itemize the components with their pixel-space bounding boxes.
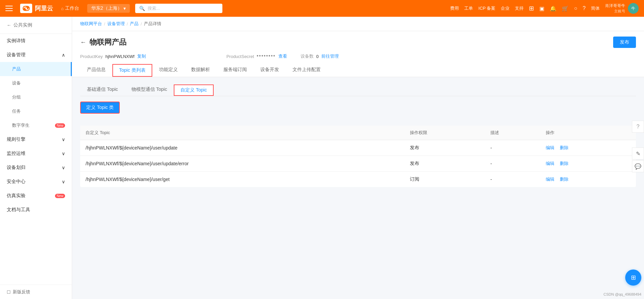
row1-actions: 编辑 删除	[540, 140, 636, 156]
float-edit-btn[interactable]: ✎	[632, 147, 644, 160]
sidebar-collapse-btn[interactable]: ‹	[72, 148, 72, 168]
meta-row: ProductKey hjhnPWLNXWf 复制 ProductSecret …	[80, 53, 636, 63]
table-row: /hjhnPWLNXWf/${deviceName}/user/update/e…	[80, 156, 636, 172]
nav-icp[interactable]: ICP 备案	[478, 5, 495, 11]
nav-cost[interactable]: 费用	[450, 5, 459, 11]
nav-cart-icon[interactable]: 🛒	[562, 5, 569, 12]
publish-button[interactable]: 发布	[613, 37, 636, 48]
hamburger-menu[interactable]	[5, 4, 15, 13]
chat-icon: 💬	[635, 163, 641, 170]
nav-enterprise[interactable]: 企业	[501, 5, 509, 11]
sidebar-item-simulation[interactable]: 仿真实验 New	[0, 189, 72, 203]
breadcrumb-device-mgmt[interactable]: 设备管理	[107, 21, 125, 27]
float-grid-btn[interactable]: ⊞	[625, 270, 641, 286]
breadcrumb-iot[interactable]: 物联网平台	[80, 21, 102, 27]
sidebar-section-device-mgmt: 设备管理 ∧ 产品 设备 分组 任务 数字孪生 New	[0, 48, 72, 132]
row3-edit-link[interactable]: 编辑	[546, 177, 554, 182]
row2-permission: 发布	[405, 156, 485, 172]
col-permission: 操作权限	[405, 126, 485, 140]
view-secret-link[interactable]: 查看	[278, 53, 287, 59]
sub-tab-model-topic[interactable]: 物模型通信 Topic	[125, 84, 174, 96]
row1-edit-link[interactable]: 编辑	[546, 145, 554, 150]
tab-server-sub[interactable]: 服务端订阅	[217, 63, 254, 77]
device-count-label: 设备数	[301, 53, 314, 59]
region-label: 华东2（上海）	[91, 5, 122, 11]
nav-support[interactable]: 支持	[515, 5, 524, 11]
sidebar-item-device[interactable]: 设备	[0, 76, 72, 90]
define-topic-button[interactable]: 定义 Topic 类	[80, 102, 120, 114]
sidebar-item-security-center[interactable]: 安全中心 ∨	[0, 175, 72, 189]
back-arrow[interactable]: ←	[80, 39, 86, 46]
nav-bell-icon[interactable]: 🔔	[550, 5, 556, 12]
nav-lang[interactable]: 简体	[591, 5, 600, 11]
row3-topic: /hjhnPWLNXWf/${deviceName}/user/get	[80, 172, 405, 187]
nav-order[interactable]: 工单	[464, 5, 473, 11]
sidebar-label-docs-tools: 文档与工具	[7, 207, 30, 213]
tab-data-parse[interactable]: 数据解析	[184, 63, 217, 77]
help-float-btn[interactable]: ?	[632, 121, 644, 133]
sub-tab-custom-label: 自定义 Topic	[180, 87, 207, 93]
manage-device-link[interactable]: 前往管理	[321, 53, 339, 59]
breadcrumb-product[interactable]: 产品	[130, 21, 139, 27]
user-profile[interactable]: 肖洋哥哥牛 主账号 牛	[605, 3, 639, 14]
tab-topic-list[interactable]: Topic 类列表	[112, 64, 152, 77]
question-icon: ?	[637, 124, 640, 130]
grid-icon: ⊞	[631, 274, 636, 281]
tab-product-info[interactable]: 产品信息	[80, 63, 112, 77]
sidebar-label-rule-engine: 规则引擎	[7, 136, 25, 142]
sub-tab-basic-label: 基础通信 Topic	[87, 86, 118, 92]
tab-device-dev-label: 设备开发	[260, 67, 279, 72]
sidebar-device-mgmt-header[interactable]: 设备管理 ∧	[0, 48, 72, 62]
new-badge-simulation: New	[55, 194, 65, 198]
table-row: /hjhnPWLNXWf/${deviceName}/user/get 订阅 -…	[80, 172, 636, 187]
breadcrumb-product-detail: 产品详情	[144, 21, 161, 27]
sidebar-item-product[interactable]: 产品	[0, 62, 72, 76]
sidebar-back-btn[interactable]: ← 公共实例	[0, 17, 72, 34]
sidebar-back-label: 公共实例	[13, 22, 32, 28]
tab-topic-list-label: Topic 类列表	[119, 67, 146, 73]
copy-product-key-link[interactable]: 复制	[137, 53, 146, 59]
work-area-link[interactable]: ⌂ 工作台	[58, 5, 82, 11]
sidebar-item-group[interactable]: 分组	[0, 90, 72, 104]
sidebar-item-monitor[interactable]: 监控运维 ∨	[0, 146, 72, 161]
brand-name: 阿里云	[35, 4, 53, 12]
sidebar-item-task[interactable]: 任务	[0, 104, 72, 118]
row1-delete-link[interactable]: 删除	[560, 145, 569, 150]
sidebar-item-rule-engine[interactable]: 规则引擎 ∨	[0, 132, 72, 146]
tab-device-dev[interactable]: 设备开发	[254, 63, 286, 77]
sub-tab-basic-topic[interactable]: 基础通信 Topic	[80, 84, 125, 96]
tab-data-parse-label: 数据解析	[191, 67, 210, 72]
breadcrumb: 物联网平台 / 设备管理 / 产品 / 产品详情	[72, 17, 644, 31]
sub-tab-custom-topic[interactable]: 自定义 Topic	[174, 84, 214, 96]
sidebar-label-digital-twin: 数字孪生	[12, 122, 30, 128]
chevron-up-icon: ∧	[62, 52, 65, 58]
nav-grid-icon[interactable]: ⊞	[529, 5, 534, 12]
chevron-down-icon: ▾	[123, 6, 126, 11]
row2-delete-link[interactable]: 删除	[560, 161, 569, 166]
user-name: 肖洋哥哥牛	[605, 3, 625, 9]
region-selector[interactable]: 华东2（上海） ▾	[87, 4, 130, 13]
row2-edit-link[interactable]: 编辑	[546, 161, 554, 166]
product-key-value: hjhnPWLNXWf	[105, 54, 135, 59]
pencil-icon: ✎	[636, 151, 640, 157]
main-content: 物联网平台 / 设备管理 / 产品 / 产品详情 ← 物联网产品 发布 Prod…	[72, 17, 644, 299]
user-role: 主账号	[614, 9, 625, 14]
sub-tab-model-label: 物模型通信 Topic	[131, 86, 167, 92]
chevron-down-icon: ∨	[62, 179, 65, 184]
tab-feature-def[interactable]: 功能定义	[152, 63, 184, 77]
search-box[interactable]: 🔍 搜索...	[135, 4, 222, 13]
sidebar-item-instance-detail[interactable]: 实例详情	[0, 34, 72, 48]
content-area: 基础通信 Topic 物模型通信 Topic 自定义 Topic 定义 Topi…	[72, 77, 644, 194]
sidebar-item-docs-tools[interactable]: 文档与工具	[0, 203, 72, 217]
main-tabs: 产品信息 Topic 类列表 功能定义 数据解析 服务端订阅 设备开发	[80, 63, 636, 77]
float-chat-btn[interactable]: 💬	[632, 160, 644, 172]
sidebar-feedback[interactable]: ☐ 新版反馈	[0, 285, 72, 299]
tab-file-upload[interactable]: 文件上传配置	[286, 63, 327, 77]
tab-server-sub-label: 服务端订阅	[223, 67, 247, 72]
sidebar-item-device-assign[interactable]: 设备划归 ∨	[0, 161, 72, 175]
nav-monitor-icon[interactable]: ▣	[539, 5, 544, 12]
nav-help-icon[interactable]: ?	[583, 5, 586, 11]
sidebar-item-digital-twin[interactable]: 数字孪生 New	[0, 118, 72, 132]
nav-circle-icon[interactable]: ○	[574, 5, 577, 11]
row3-delete-link[interactable]: 删除	[560, 177, 569, 182]
